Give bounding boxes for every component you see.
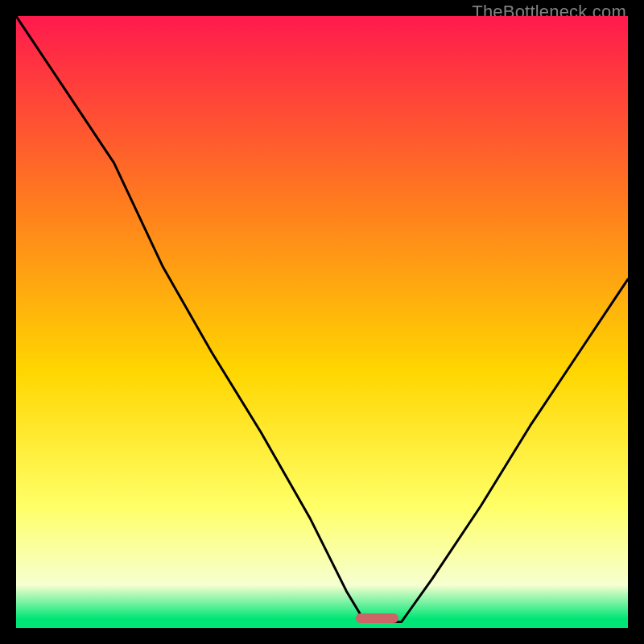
chart-svg bbox=[16, 16, 628, 628]
optimum-marker bbox=[356, 613, 398, 623]
chart-plot-area bbox=[16, 16, 628, 628]
gradient-background bbox=[16, 16, 628, 628]
